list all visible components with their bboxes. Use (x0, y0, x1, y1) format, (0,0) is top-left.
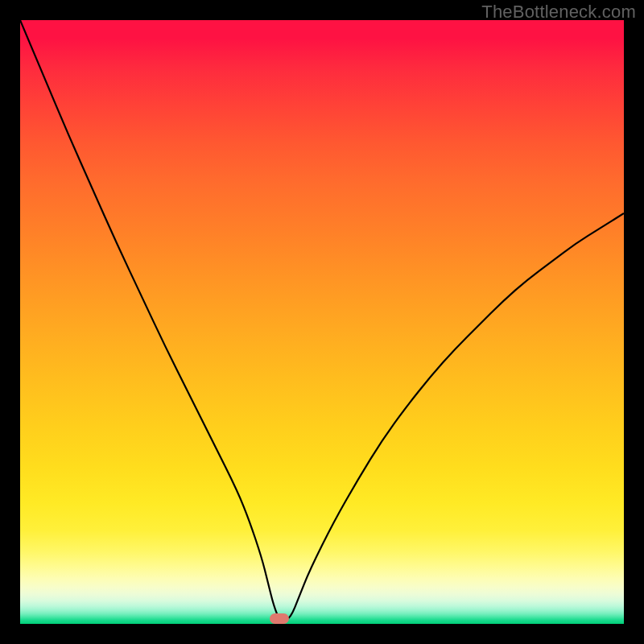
bottleneck-curve-svg (20, 20, 624, 624)
chart-frame: TheBottleneck.com (0, 0, 644, 644)
plot-area (20, 20, 624, 624)
watermark-text: TheBottleneck.com (481, 2, 636, 23)
minimum-marker (270, 613, 289, 624)
bottleneck-curve-path (20, 20, 624, 621)
